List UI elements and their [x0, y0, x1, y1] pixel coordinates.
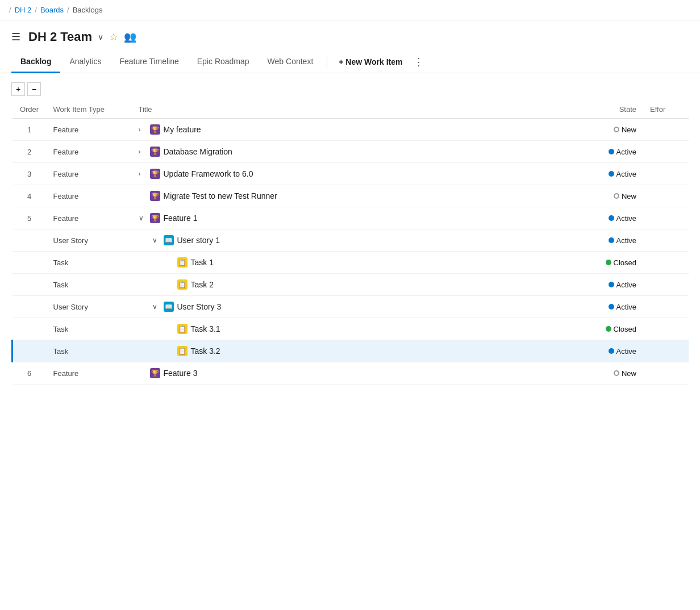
cell-title[interactable]: 🏆 Feature 3	[132, 362, 553, 385]
cell-title[interactable]: › 🏆 Update Framework to 6.0	[132, 163, 553, 185]
state-label: Active	[616, 236, 636, 245]
cell-order	[13, 340, 47, 362]
star-icon[interactable]: ☆	[109, 31, 118, 43]
cell-order	[13, 296, 47, 318]
state-label: Active	[616, 281, 636, 289]
tab-backlog[interactable]: Backlog	[11, 51, 60, 73]
cell-state: Active	[552, 207, 643, 229]
new-work-item-button[interactable]: + New Work Item	[332, 53, 409, 71]
team-members-icon[interactable]: 👥	[124, 31, 136, 43]
backlog-table: Order Work Item Type Title State Effor 1…	[11, 101, 689, 385]
table-row[interactable]: 2Feature › 🏆 Database Migration Active	[13, 141, 689, 163]
table-header-row: Order Work Item Type Title State Effor	[13, 101, 689, 119]
cell-type: Task	[47, 274, 132, 296]
table-row[interactable]: 3Feature › 🏆 Update Framework to 6.0 Act…	[13, 163, 689, 185]
cell-order: 3	[13, 163, 47, 185]
cell-title[interactable]: ∨ 📖 User Story 3	[132, 296, 553, 318]
cell-state: Closed	[552, 318, 643, 340]
state-dot-active	[609, 348, 614, 354]
cell-order: 6	[13, 362, 47, 385]
cell-order	[13, 229, 47, 252]
cell-type: Feature	[47, 141, 132, 163]
tab-web-context[interactable]: Web Context	[259, 51, 323, 73]
cell-effort	[643, 207, 689, 229]
team-title: DH 2 Team	[28, 30, 92, 44]
work-item-title: Migrate Test to new Test Runner	[164, 191, 277, 200]
cell-title[interactable]: ∨ 🏆 Feature 1	[132, 207, 553, 229]
cell-title[interactable]: 🏆 Migrate Test to new Test Runner	[132, 185, 553, 207]
collapse-icon[interactable]: ∨	[152, 303, 160, 311]
table-row[interactable]: Task 📋 Task 2 Active	[13, 274, 689, 296]
tab-epic-roadmap[interactable]: Epic Roadmap	[188, 51, 259, 73]
state-dot-active	[609, 149, 614, 154]
collapse-icon[interactable]: ∨	[139, 214, 147, 222]
state-label: Active	[616, 170, 636, 178]
page-header: ☰ DH 2 Team ∨ ☆ 👥	[0, 20, 700, 44]
cell-effort	[643, 252, 689, 274]
cell-state: New	[552, 362, 643, 385]
backlog-table-container: + − Order Work Item Type Title State Eff…	[0, 73, 700, 394]
breadcrumb-boards[interactable]: Boards	[40, 6, 64, 14]
expand-all-button[interactable]: +	[11, 82, 25, 96]
breadcrumb-dh2[interactable]: DH 2	[15, 6, 32, 14]
col-order: Order	[13, 101, 47, 119]
more-options-button[interactable]: ⋮	[409, 51, 428, 73]
table-toolbar: + −	[11, 82, 689, 96]
cell-title[interactable]: 📋 Task 1	[132, 252, 553, 274]
cell-title[interactable]: 📋 Task 3.1	[132, 318, 553, 340]
col-effort: Effor	[643, 101, 689, 119]
state-dot-active	[609, 282, 614, 287]
work-item-title: My feature	[164, 125, 201, 134]
cell-state: Closed	[552, 252, 643, 274]
state-label: New	[622, 126, 636, 134]
cell-effort	[643, 163, 689, 185]
breadcrumb: / DH 2 / Boards / Backlogs	[0, 0, 700, 20]
state-dot-new	[614, 370, 619, 376]
cell-title[interactable]: ∨ 📖 User story 1	[132, 229, 553, 252]
state-dot-closed	[606, 260, 611, 265]
cell-title[interactable]: 📋 Task 2	[132, 274, 553, 296]
expand-icon[interactable]: ›	[139, 126, 147, 133]
tab-analytics[interactable]: Analytics	[60, 51, 110, 73]
cell-state: Active	[552, 141, 643, 163]
cell-effort	[643, 119, 689, 141]
work-item-title: Feature 3	[164, 369, 198, 378]
col-type: Work Item Type	[47, 101, 132, 119]
cell-order: 1	[13, 119, 47, 141]
table-row[interactable]: 6Feature 🏆 Feature 3 New	[13, 362, 689, 385]
cell-type: Task	[47, 252, 132, 274]
cell-title[interactable]: 📋 Task 3.2	[132, 340, 553, 362]
state-dot-closed	[606, 326, 611, 332]
cell-state: Active	[552, 340, 643, 362]
work-item-title: Task 2	[191, 280, 214, 289]
state-dot-new	[614, 127, 619, 132]
table-row[interactable]: Task 📋 Task 3.1 Closed	[13, 318, 689, 340]
expand-icon[interactable]: ›	[139, 148, 147, 156]
table-row[interactable]: Task 📋 Task 3.2 Active	[13, 340, 689, 362]
cell-state: Active	[552, 229, 643, 252]
cell-order: 2	[13, 141, 47, 163]
cell-title[interactable]: › 🏆 My feature	[132, 119, 553, 141]
chevron-down-icon[interactable]: ∨	[98, 32, 103, 41]
cell-effort	[643, 274, 689, 296]
state-dot-active	[609, 215, 614, 221]
table-row[interactable]: User Story ∨ 📖 User story 1 Active	[13, 229, 689, 252]
tab-feature-timeline[interactable]: Feature Timeline	[111, 51, 188, 73]
state-label: Closed	[614, 258, 636, 267]
table-row[interactable]: 4Feature 🏆 Migrate Test to new Test Runn…	[13, 185, 689, 207]
table-row[interactable]: 1Feature › 🏆 My feature New	[13, 119, 689, 141]
state-label: Active	[616, 214, 636, 223]
state-label: Active	[616, 148, 636, 156]
breadcrumb-separator-0: /	[9, 6, 11, 14]
cell-title[interactable]: › 🏆 Database Migration	[132, 141, 553, 163]
collapse-all-button[interactable]: −	[27, 82, 41, 96]
collapse-icon[interactable]: ∨	[152, 236, 160, 244]
breadcrumb-separator-1: /	[35, 6, 37, 14]
work-item-title: Task 3.2	[191, 346, 220, 356]
table-row[interactable]: User Story ∨ 📖 User Story 3 Active	[13, 296, 689, 318]
hamburger-icon[interactable]: ☰	[11, 31, 20, 43]
expand-icon[interactable]: ›	[139, 170, 147, 178]
work-item-title: Task 1	[191, 258, 214, 267]
table-row[interactable]: Task 📋 Task 1 Closed	[13, 252, 689, 274]
table-row[interactable]: 5Feature ∨ 🏆 Feature 1 Active	[13, 207, 689, 229]
